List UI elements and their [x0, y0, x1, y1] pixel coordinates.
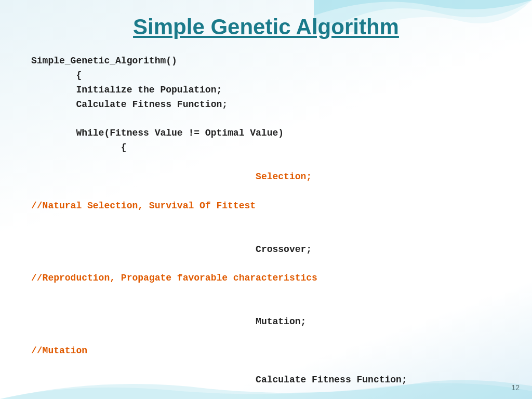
code-line-8: Selection; — [31, 155, 532, 199]
title-text: Simple Genetic Algorithm — [0, 15, 532, 39]
code-comment-3: //Mutation — [31, 344, 532, 358]
code-crossover-indent — [76, 244, 166, 255]
code-line-11 — [31, 286, 532, 300]
code-line-10: Crossover; — [31, 228, 532, 272]
code-line-12: Mutation; — [31, 300, 532, 344]
code-line-3: Initialize the Population; — [31, 83, 532, 98]
code-selection-keyword: Selection; — [166, 171, 312, 182]
code-line-13: Calculate Fitness Function; — [31, 358, 532, 399]
code-line-6: While(Fitness Value != Optimal Value) — [31, 126, 532, 141]
code-line-5 — [31, 112, 532, 127]
code-calc-indent — [76, 375, 166, 385]
code-content: Simple_Genetic_Algorithm() { Initialize … — [0, 49, 532, 399]
slide-title: Simple Genetic Algorithm — [0, 0, 532, 49]
code-block: Simple_Genetic_Algorithm() { Initialize … — [31, 54, 532, 399]
code-line-1: Simple_Genetic_Algorithm() — [31, 54, 532, 69]
code-mutation-keyword: Mutation; — [166, 316, 306, 327]
code-mutation-indent — [76, 316, 166, 327]
code-calc-keyword: Calculate Fitness Function; — [166, 375, 407, 385]
code-line-9 — [31, 214, 532, 228]
code-comment-1: //Natural Selection, Survival Of Fittest — [31, 199, 532, 214]
code-selection-indent — [76, 171, 166, 182]
slide: Simple Genetic Algorithm Simple_Genetic_… — [0, 0, 532, 399]
code-line-4: Calculate Fitness Function; — [31, 98, 532, 112]
code-line-2: { — [31, 69, 532, 83]
code-line-7: { — [31, 141, 532, 155]
code-crossover-keyword: Crossover; — [166, 244, 312, 255]
code-comment-2: //Reproduction, Propagate favorable char… — [31, 271, 532, 286]
